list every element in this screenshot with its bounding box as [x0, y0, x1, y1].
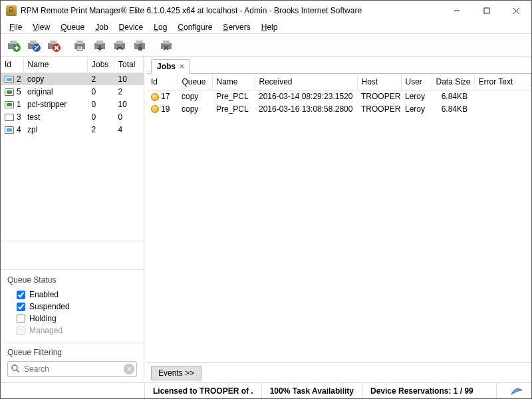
menu-configure[interactable]: Configure [173, 22, 217, 33]
menu-device[interactable]: Device [114, 22, 148, 33]
queue-row[interactable]: 3test00 [1, 110, 144, 123]
status-bar: Licensed to TROOPER of . 100% Task Avail… [1, 382, 531, 398]
printer-icon [5, 101, 14, 108]
queue-row[interactable]: 1pcl-stripper010 [1, 98, 144, 110]
queue-col-total[interactable]: Total [114, 57, 144, 72]
search-icon [11, 364, 20, 375]
checkbox[interactable] [17, 291, 25, 299]
checkbox[interactable] [17, 315, 25, 323]
jobs-grid[interactable]: Id Queue Name Received Host User Data Si… [147, 74, 531, 362]
job-col-name[interactable]: Name [212, 74, 255, 90]
status-licensed: Licensed to TROOPER of . [144, 383, 261, 398]
job-col-received[interactable]: Received [255, 74, 357, 90]
job-col-queue[interactable]: Queue [178, 74, 212, 90]
left-pane: Id Name Jobs Total 2copy2105original021p… [1, 57, 144, 382]
queue-filtering-title: Queue Filtering [7, 348, 137, 357]
tab-jobs-label: Jobs [157, 62, 176, 71]
checkbox[interactable] [17, 303, 25, 311]
job-col-host[interactable]: Host [357, 74, 401, 90]
queue-row[interactable]: 2copy210 [1, 72, 144, 85]
window-title: RPM Remote Print Manager® Elite 6.1.0.42… [21, 6, 442, 15]
job-status-icon [151, 93, 159, 101]
status-suspended[interactable]: Suspended [7, 301, 137, 313]
queue-status-panel: Queue Status EnabledSuspendedHoldingMana… [1, 269, 144, 342]
printer-icon [5, 88, 14, 96]
title-bar: R RPM Remote Print Manager® Elite 6.1.0.… [1, 1, 531, 21]
queue-row[interactable]: 4zpl24 [1, 123, 144, 136]
toolbar-btn-6[interactable] [111, 37, 128, 54]
close-button[interactable] [501, 1, 531, 21]
status-reservations: Device Reservations: 1 / 99 [362, 383, 496, 398]
job-row[interactable]: 19copyPre_PCL2016-03-16 13:08:58.2800TRO… [147, 102, 531, 115]
status-feather-icon [496, 383, 531, 398]
menu-queue[interactable]: Queue [56, 22, 89, 33]
printer-icon [5, 114, 14, 121]
job-status-icon [151, 105, 159, 113]
status-managed: Managed [7, 325, 137, 336]
toolbar-add-queue-button[interactable] [5, 37, 22, 54]
printer-icon [5, 76, 14, 83]
job-col-user[interactable]: User [401, 74, 432, 90]
maximize-button[interactable] [471, 1, 501, 21]
menu-file[interactable]: File [5, 22, 27, 33]
toolbar-btn-8[interactable] [158, 37, 175, 54]
menu-help[interactable]: Help [257, 22, 283, 33]
svg-rect-8 [138, 47, 142, 51]
queue-list[interactable]: Id Name Jobs Total 2copy2105original021p… [1, 57, 144, 241]
toolbar-delete-queue-button[interactable] [45, 37, 62, 54]
tab-jobs[interactable]: Jobs × [151, 59, 190, 74]
tab-close-icon[interactable]: × [180, 62, 184, 71]
toolbar-btn-4[interactable] [71, 37, 88, 54]
svg-point-9 [12, 365, 17, 370]
main-body: Id Name Jobs Total 2copy2105original021p… [1, 57, 531, 382]
svg-rect-1 [484, 8, 489, 13]
queue-filtering-panel: Queue Filtering ✕ [1, 342, 144, 382]
right-pane: Jobs × Id Queue Name Received [147, 57, 531, 382]
status-enabled[interactable]: Enabled [7, 289, 137, 301]
queue-status-title: Queue Status [7, 275, 137, 285]
clear-search-icon[interactable]: ✕ [124, 364, 134, 374]
job-col-size[interactable]: Data Size [432, 74, 474, 90]
menu-view[interactable]: View [28, 22, 55, 33]
events-button[interactable]: Events >> [151, 366, 201, 380]
printer-icon [5, 126, 14, 134]
app-icon: R [6, 5, 17, 16]
events-bar: Events >> [147, 362, 531, 382]
menu-job[interactable]: Job [90, 22, 112, 33]
job-row[interactable]: 17copyPre_PCL2016-03-14 08:29:23.1520TRO… [147, 90, 531, 102]
queue-col-jobs[interactable]: Jobs [88, 57, 114, 72]
menu-servers[interactable]: Servers [218, 22, 255, 33]
queue-row[interactable]: 5original02 [1, 85, 144, 98]
toolbar-btn-7[interactable] [131, 37, 148, 54]
toolbar-configure-queue-button[interactable] [25, 37, 42, 54]
tab-bar: Jobs × [147, 57, 531, 74]
status-empty [1, 383, 144, 398]
status-holding[interactable]: Holding [7, 313, 137, 325]
app-window: R RPM Remote Print Manager® Elite 6.1.0.… [0, 0, 532, 399]
menu-bar: File View Queue Job Device Log Configure… [1, 21, 531, 34]
queue-col-id[interactable]: Id [1, 57, 23, 72]
window-buttons [442, 1, 531, 21]
search-input[interactable] [7, 361, 137, 377]
job-col-id[interactable]: Id [147, 74, 178, 90]
minimize-button[interactable] [442, 1, 471, 21]
svg-line-10 [17, 370, 19, 372]
job-col-error[interactable]: Error Text [474, 74, 531, 90]
checkbox [17, 327, 25, 335]
menu-log[interactable]: Log [149, 22, 172, 33]
status-tasks: 100% Task Availability [261, 383, 362, 398]
toolbar-btn-5[interactable] [91, 37, 108, 54]
queue-col-name[interactable]: Name [23, 57, 88, 72]
toolbar [1, 34, 531, 57]
